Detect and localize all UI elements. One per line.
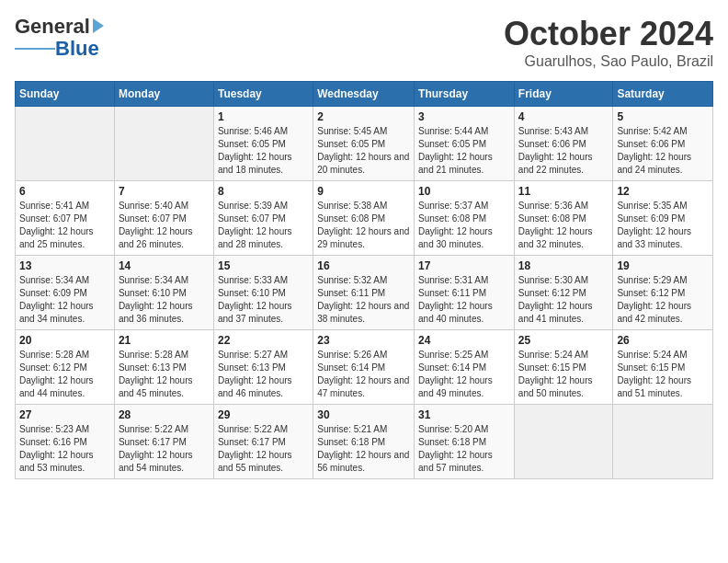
calendar-cell: 20Sunrise: 5:28 AM Sunset: 6:12 PM Dayli… — [16, 330, 115, 405]
day-number: 4 — [518, 110, 609, 123]
day-info: Sunrise: 5:36 AM Sunset: 6:08 PM Dayligh… — [518, 200, 609, 251]
calendar-cell: 6Sunrise: 5:41 AM Sunset: 6:07 PM Daylig… — [16, 181, 115, 256]
weekday-header-sunday: Sunday — [16, 82, 115, 107]
calendar-cell: 21Sunrise: 5:28 AM Sunset: 6:13 PM Dayli… — [114, 330, 213, 405]
day-info: Sunrise: 5:44 AM Sunset: 6:05 PM Dayligh… — [418, 125, 510, 177]
day-number: 12 — [617, 185, 709, 198]
calendar-cell: 8Sunrise: 5:39 AM Sunset: 6:07 PM Daylig… — [213, 181, 313, 256]
day-number: 24 — [418, 334, 510, 347]
calendar-cell — [16, 107, 115, 181]
day-number: 1 — [218, 110, 309, 123]
calendar-cell: 31Sunrise: 5:20 AM Sunset: 6:18 PM Dayli… — [415, 405, 515, 479]
calendar-cell: 4Sunrise: 5:43 AM Sunset: 6:06 PM Daylig… — [514, 107, 613, 181]
month-title: October 2024 — [504, 15, 713, 53]
day-number: 14 — [119, 259, 210, 272]
day-info: Sunrise: 5:32 AM Sunset: 6:11 PM Dayligh… — [317, 274, 410, 326]
day-info: Sunrise: 5:39 AM Sunset: 6:07 PM Dayligh… — [218, 200, 309, 251]
day-number: 8 — [218, 185, 309, 198]
day-number: 3 — [418, 110, 510, 123]
calendar-cell: 29Sunrise: 5:22 AM Sunset: 6:17 PM Dayli… — [213, 405, 313, 479]
weekday-header-thursday: Thursday — [415, 82, 515, 107]
day-info: Sunrise: 5:31 AM Sunset: 6:11 PM Dayligh… — [418, 274, 510, 326]
calendar-cell: 5Sunrise: 5:42 AM Sunset: 6:06 PM Daylig… — [613, 107, 713, 181]
calendar-cell: 1Sunrise: 5:46 AM Sunset: 6:05 PM Daylig… — [213, 107, 313, 181]
day-info: Sunrise: 5:23 AM Sunset: 6:16 PM Dayligh… — [19, 423, 110, 475]
day-info: Sunrise: 5:34 AM Sunset: 6:10 PM Dayligh… — [119, 274, 210, 326]
day-number: 6 — [19, 185, 110, 198]
calendar-week-row: 6Sunrise: 5:41 AM Sunset: 6:07 PM Daylig… — [16, 181, 713, 256]
day-number: 10 — [418, 185, 510, 198]
day-info: Sunrise: 5:35 AM Sunset: 6:09 PM Dayligh… — [617, 200, 709, 251]
calendar-table: SundayMondayTuesdayWednesdayThursdayFrid… — [15, 81, 713, 479]
day-number: 5 — [617, 110, 709, 123]
calendar-cell: 7Sunrise: 5:40 AM Sunset: 6:07 PM Daylig… — [114, 181, 213, 256]
calendar-cell: 13Sunrise: 5:34 AM Sunset: 6:09 PM Dayli… — [16, 256, 115, 330]
calendar-cell: 24Sunrise: 5:25 AM Sunset: 6:14 PM Dayli… — [415, 330, 515, 405]
day-number: 26 — [617, 334, 709, 347]
day-number: 17 — [418, 259, 510, 272]
day-info: Sunrise: 5:41 AM Sunset: 6:07 PM Dayligh… — [19, 200, 110, 251]
day-info: Sunrise: 5:40 AM Sunset: 6:07 PM Dayligh… — [119, 200, 210, 251]
calendar-cell — [114, 107, 213, 181]
day-number: 28 — [119, 408, 210, 421]
day-number: 30 — [317, 408, 410, 421]
day-info: Sunrise: 5:46 AM Sunset: 6:05 PM Dayligh… — [218, 125, 309, 177]
calendar-week-row: 27Sunrise: 5:23 AM Sunset: 6:16 PM Dayli… — [16, 405, 713, 479]
calendar-cell: 30Sunrise: 5:21 AM Sunset: 6:18 PM Dayli… — [313, 405, 415, 479]
calendar-cell: 27Sunrise: 5:23 AM Sunset: 6:16 PM Dayli… — [16, 405, 115, 479]
calendar-week-row: 13Sunrise: 5:34 AM Sunset: 6:09 PM Dayli… — [16, 256, 713, 330]
day-number: 13 — [19, 259, 110, 272]
calendar-cell: 19Sunrise: 5:29 AM Sunset: 6:12 PM Dayli… — [613, 256, 713, 330]
day-number: 16 — [317, 259, 410, 272]
calendar-cell: 28Sunrise: 5:22 AM Sunset: 6:17 PM Dayli… — [114, 405, 213, 479]
day-info: Sunrise: 5:33 AM Sunset: 6:10 PM Dayligh… — [218, 274, 309, 326]
day-info: Sunrise: 5:45 AM Sunset: 6:05 PM Dayligh… — [317, 125, 410, 177]
day-info: Sunrise: 5:42 AM Sunset: 6:06 PM Dayligh… — [617, 125, 709, 177]
calendar-cell: 12Sunrise: 5:35 AM Sunset: 6:09 PM Dayli… — [613, 181, 713, 256]
logo-blue-text: Blue — [55, 37, 99, 61]
day-info: Sunrise: 5:21 AM Sunset: 6:18 PM Dayligh… — [317, 423, 410, 475]
day-number: 11 — [518, 185, 609, 198]
logo-general-text: General — [15, 15, 90, 39]
day-info: Sunrise: 5:28 AM Sunset: 6:12 PM Dayligh… — [19, 349, 110, 400]
calendar-cell — [613, 405, 713, 479]
logo: General Blue — [15, 15, 104, 61]
day-number: 2 — [317, 110, 410, 123]
calendar-week-row: 1Sunrise: 5:46 AM Sunset: 6:05 PM Daylig… — [16, 107, 713, 181]
day-number: 19 — [617, 259, 709, 272]
day-number: 31 — [418, 408, 510, 421]
location-subtitle: Guarulhos, Sao Paulo, Brazil — [504, 53, 713, 70]
day-info: Sunrise: 5:27 AM Sunset: 6:13 PM Dayligh… — [218, 349, 309, 400]
day-number: 9 — [317, 185, 410, 198]
calendar-cell — [514, 405, 613, 479]
day-info: Sunrise: 5:22 AM Sunset: 6:17 PM Dayligh… — [218, 423, 309, 475]
day-info: Sunrise: 5:28 AM Sunset: 6:13 PM Dayligh… — [119, 349, 210, 400]
day-number: 7 — [119, 185, 210, 198]
day-info: Sunrise: 5:30 AM Sunset: 6:12 PM Dayligh… — [518, 274, 609, 326]
page-header: General Blue October 2024 Guarulhos, Sao… — [15, 15, 713, 70]
day-info: Sunrise: 5:24 AM Sunset: 6:15 PM Dayligh… — [518, 349, 609, 400]
weekday-header-friday: Friday — [514, 82, 613, 107]
title-block: October 2024 Guarulhos, Sao Paulo, Brazi… — [504, 15, 713, 70]
calendar-cell: 18Sunrise: 5:30 AM Sunset: 6:12 PM Dayli… — [514, 256, 613, 330]
calendar-cell: 23Sunrise: 5:26 AM Sunset: 6:14 PM Dayli… — [313, 330, 415, 405]
calendar-cell: 16Sunrise: 5:32 AM Sunset: 6:11 PM Dayli… — [313, 256, 415, 330]
calendar-cell: 26Sunrise: 5:24 AM Sunset: 6:15 PM Dayli… — [613, 330, 713, 405]
day-info: Sunrise: 5:29 AM Sunset: 6:12 PM Dayligh… — [617, 274, 709, 326]
day-info: Sunrise: 5:34 AM Sunset: 6:09 PM Dayligh… — [19, 274, 110, 326]
weekday-header-tuesday: Tuesday — [213, 82, 313, 107]
calendar-cell: 11Sunrise: 5:36 AM Sunset: 6:08 PM Dayli… — [514, 181, 613, 256]
day-number: 29 — [218, 408, 309, 421]
calendar-cell: 17Sunrise: 5:31 AM Sunset: 6:11 PM Dayli… — [415, 256, 515, 330]
calendar-cell: 14Sunrise: 5:34 AM Sunset: 6:10 PM Dayli… — [114, 256, 213, 330]
day-number: 25 — [518, 334, 609, 347]
day-number: 20 — [19, 334, 110, 347]
calendar-cell: 2Sunrise: 5:45 AM Sunset: 6:05 PM Daylig… — [313, 107, 415, 181]
weekday-header-saturday: Saturday — [613, 82, 713, 107]
weekday-header-wednesday: Wednesday — [313, 82, 415, 107]
calendar-cell: 25Sunrise: 5:24 AM Sunset: 6:15 PM Dayli… — [514, 330, 613, 405]
calendar-cell: 15Sunrise: 5:33 AM Sunset: 6:10 PM Dayli… — [213, 256, 313, 330]
day-info: Sunrise: 5:43 AM Sunset: 6:06 PM Dayligh… — [518, 125, 609, 177]
calendar-header-row: SundayMondayTuesdayWednesdayThursdayFrid… — [16, 82, 713, 107]
day-number: 22 — [218, 334, 309, 347]
